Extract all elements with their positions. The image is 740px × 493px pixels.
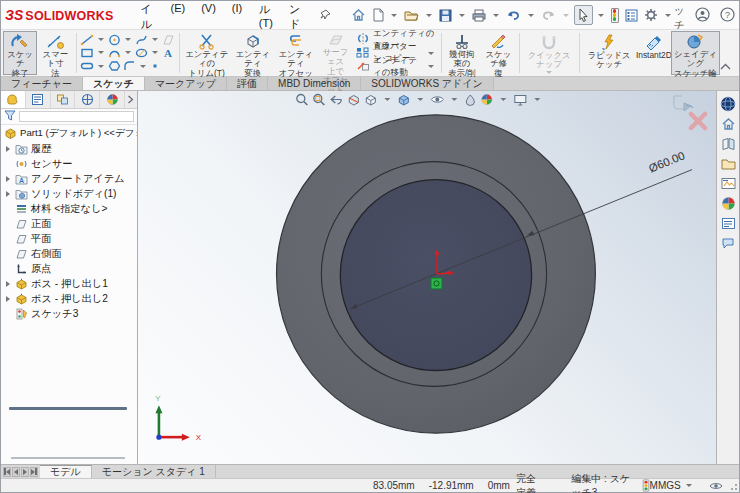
status-eye-icon[interactable] (709, 481, 723, 491)
print-caret-icon[interactable] (493, 14, 499, 17)
line-icon[interactable] (79, 34, 95, 46)
select-caret-icon[interactable] (598, 14, 604, 17)
rectangle-caret-icon[interactable] (98, 51, 104, 54)
move-entities-button[interactable]: エンティティの移動 (356, 60, 437, 73)
circle-icon[interactable] (107, 34, 122, 46)
dimxpertmanager-icon[interactable] (75, 91, 100, 108)
motion-study-tab[interactable]: モーション スタディ 1 (92, 465, 216, 478)
open-icon[interactable] (402, 7, 421, 24)
tab-solidworks-addins[interactable]: SOLIDWORKS アドイン (361, 77, 494, 90)
propertymanager-icon[interactable] (26, 91, 51, 108)
solidworks-forum-icon[interactable] (719, 235, 738, 252)
ellipse-caret-icon[interactable] (152, 51, 158, 54)
polygon-icon[interactable] (107, 60, 122, 72)
expand-tabs-chevron-icon[interactable] (125, 91, 137, 108)
spline-caret-icon[interactable] (152, 38, 158, 41)
3dexperience-icon[interactable] (719, 95, 738, 112)
save-icon[interactable] (437, 7, 454, 24)
filter-input[interactable] (19, 111, 134, 122)
status-units[interactable]: MMGS (650, 480, 681, 491)
section-view-icon[interactable] (347, 94, 360, 106)
zoom-to-area-icon[interactable] (312, 93, 325, 106)
filter-funnel-icon[interactable] (4, 110, 16, 123)
next-tab-icon[interactable] (21, 467, 29, 477)
circle-caret-icon[interactable] (125, 38, 131, 41)
repair-sketch-button[interactable]: スケッチ修 復 (480, 31, 517, 75)
save-caret-icon[interactable] (459, 14, 465, 17)
line-caret-icon[interactable] (98, 38, 104, 41)
sketch-circle-face[interactable] (340, 180, 531, 371)
open-caret-icon[interactable] (426, 14, 432, 17)
graphics-area[interactable]: Ø60.00 (138, 91, 716, 464)
offset-entities-button[interactable]: エンティティ オフセット (274, 31, 317, 75)
tree-item-sensors[interactable]: センサー (1, 156, 137, 171)
undo-caret-icon[interactable] (528, 14, 534, 17)
tree-item-top-plane[interactable]: 平面 (1, 231, 137, 246)
first-tab-icon[interactable] (3, 467, 11, 477)
model-tab[interactable]: モデル (40, 465, 92, 478)
view-settings-caret-icon[interactable] (534, 98, 540, 101)
displaymanager-icon[interactable] (100, 91, 125, 108)
slot-caret-icon[interactable] (98, 65, 104, 68)
options-list-icon[interactable] (623, 7, 640, 24)
tree-item-material[interactable]: 材料 <指定なし> (1, 201, 137, 216)
tree-item-solid-bodies[interactable]: ソリッドボディ(1) (1, 186, 137, 201)
cancel-sketch-corner-icon[interactable] (688, 111, 708, 133)
display-delete-relations-button[interactable]: 幾何拘束の 表示/削除 (444, 31, 480, 75)
appearances-scenes-icon[interactable] (719, 195, 738, 212)
previous-tab-icon[interactable] (12, 467, 20, 477)
tree-item-sketch3[interactable]: スケッチ3 (1, 306, 137, 321)
tab-features[interactable]: フィーチャー (1, 77, 83, 90)
tab-markup[interactable]: マークアップ (145, 77, 227, 90)
user-account-icon[interactable] (695, 7, 710, 24)
tree-root-part[interactable]: Part1 (デフォルト) <<デフォルト>_表示状態 1 (1, 126, 137, 141)
slot-icon[interactable] (79, 60, 95, 72)
print-icon[interactable] (470, 7, 488, 24)
collapse-ribbon-icon[interactable] (720, 60, 731, 72)
rectangle-icon[interactable] (79, 47, 95, 59)
tree-item-right-plane[interactable]: 右側面 (1, 246, 137, 261)
smart-dimension-button[interactable]: スマート寸 法 (37, 31, 74, 75)
view-orientation-icon[interactable] (364, 94, 377, 106)
hide-show-items-icon[interactable] (430, 94, 444, 105)
tree-item-boss-extrude1[interactable]: ボス - 押し出し1 (1, 276, 137, 291)
custom-properties-icon[interactable] (719, 215, 738, 232)
tab-sketch[interactable]: スケッチ (83, 77, 145, 90)
rollback-bar[interactable] (9, 407, 127, 410)
text-icon[interactable]: A (161, 47, 175, 59)
edit-appearance-icon[interactable] (464, 94, 476, 106)
arc-icon[interactable] (107, 47, 122, 59)
hide-show-caret-icon[interactable] (451, 98, 457, 101)
fillet-caret-icon[interactable] (140, 65, 146, 68)
expand-arrow-icon[interactable] (4, 281, 12, 287)
instant2d-button[interactable]: Instant2D (637, 31, 671, 75)
convert-entities-button[interactable]: エンティティ 変換 (231, 31, 274, 75)
pin-menu-icon[interactable] (320, 9, 331, 22)
resize-grip[interactable] (731, 481, 738, 491)
featuremanager-tree-icon[interactable] (1, 91, 26, 108)
apply-scene-icon[interactable] (480, 93, 493, 106)
select-cursor-icon[interactable] (574, 5, 593, 25)
tree-item-annotations[interactable]: A アノテートアイテム (1, 171, 137, 186)
display-style-icon[interactable] (397, 94, 410, 106)
display-style-caret-icon[interactable] (417, 98, 423, 101)
move-entities-caret-icon[interactable] (428, 65, 434, 68)
file-explorer-folder-icon[interactable] (719, 155, 738, 172)
configurationmanager-icon[interactable] (51, 91, 76, 108)
expand-arrow-icon[interactable] (4, 176, 12, 182)
settings-caret-icon[interactable] (665, 14, 671, 17)
view-settings-icon[interactable] (513, 94, 527, 106)
last-tab-icon[interactable] (30, 467, 38, 477)
undo-icon[interactable] (504, 7, 523, 24)
arc-caret-icon[interactable] (125, 51, 131, 54)
shaded-sketch-contours-button[interactable]: シェイディング スケッチ輪 郭 (671, 31, 720, 75)
units-caret-icon[interactable] (686, 484, 692, 487)
tree-item-history[interactable]: 履歴 (1, 141, 137, 156)
help-icon[interactable]: ? (720, 7, 735, 24)
home-icon[interactable] (349, 6, 368, 24)
tab-evaluate[interactable]: 評価 (227, 77, 268, 90)
redo-icon[interactable] (539, 7, 558, 24)
coincident-relation-badge[interactable] (431, 278, 442, 289)
view-orientation-caret-icon[interactable] (384, 98, 390, 101)
expand-arrow-icon[interactable] (4, 191, 12, 197)
